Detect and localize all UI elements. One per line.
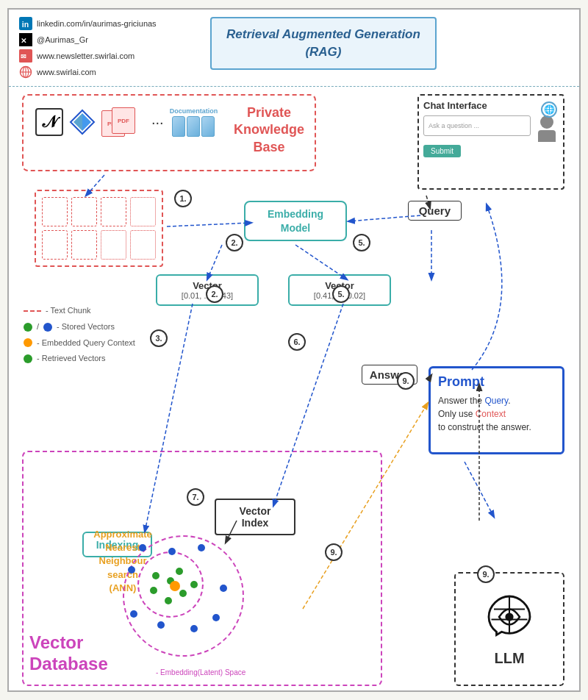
embedding-box: Embedding Model — [244, 201, 347, 241]
title-box: Retrieval Augmented Generation (RAG) — [210, 17, 437, 70]
green-dot-1 — [152, 572, 159, 579]
pkb-label: Private Knowledge Base — [234, 104, 304, 156]
pdf-stack: PDF PDF — [101, 107, 146, 137]
llm-box: LLM — [454, 572, 564, 686]
blue-dot-9 — [220, 585, 227, 592]
header: in linkedin.com/in/aurimas-griciunas ✕ @… — [9, 10, 579, 87]
step-9a: 9. — [325, 543, 343, 561]
blue-dot-icon — [43, 323, 52, 332]
chunk-1 — [42, 197, 68, 226]
prompt-box: Prompt Answer the Query. Only use Contex… — [429, 366, 564, 454]
step-5a: 5. — [353, 234, 370, 251]
svg-text:✕: ✕ — [21, 37, 26, 45]
globe-icon: 🌐 — [541, 101, 557, 118]
diagram: 𝒩 PDF PDF ... Docum — [9, 87, 579, 700]
green-dot-icon — [24, 323, 32, 332]
blue-dot-5 — [130, 610, 137, 618]
svg-text:in: in — [22, 20, 29, 29]
blue-dot-4 — [128, 566, 135, 574]
svg-point-10 — [505, 612, 513, 621]
twitter-text: @Aurimas_Gr — [37, 35, 88, 44]
chunks-grid — [35, 190, 163, 267]
chunk-6 — [71, 230, 97, 260]
prompt-text: Answer the Query. Only use Context to co… — [438, 394, 555, 434]
blue-dot-8 — [212, 614, 220, 621]
legend-text-chunk: - Text Chunk — [24, 304, 135, 318]
notion-icon: 𝒩 — [35, 108, 63, 136]
legend-stored-vectors: / - Stored Vectors — [24, 320, 135, 335]
query-label: Query — [408, 201, 462, 221]
llm-label: LLM — [494, 650, 524, 667]
blue-dot-6 — [157, 621, 165, 629]
step-3: 3. — [150, 329, 168, 347]
outer-circle — [123, 535, 244, 657]
step-2b: 2. — [206, 285, 223, 303]
chunk-3 — [101, 197, 126, 226]
ann-area: Approximate Nearest Neighbour search (AN… — [82, 528, 244, 682]
dots: ... — [151, 107, 164, 128]
svg-line-23 — [465, 462, 494, 517]
chunk-8 — [130, 230, 156, 260]
openai-icon — [484, 591, 535, 643]
social-links: in linkedin.com/in/aurimas-griciunas ✕ @… — [19, 17, 166, 79]
green-dot-5 — [179, 590, 187, 597]
doc-label: Documentation — [170, 107, 218, 115]
pdf-icon-2: PDF — [112, 107, 135, 134]
chat-placeholder: Ask a question ... — [429, 122, 479, 129]
chat-title: Chat Interface — [423, 100, 559, 111]
orange-dot — [170, 581, 180, 591]
prompt-title: Prompt — [438, 374, 555, 390]
submit-button[interactable]: Submit — [423, 145, 461, 157]
blue-dot-7 — [190, 625, 198, 632]
svg-line-12 — [167, 223, 251, 226]
chat-box: Chat Interface Ask a question ... Submit… — [417, 94, 564, 190]
embedding-space-label: - Embedding(Latent) Space — [156, 668, 245, 676]
page-title: Retrieval Augmented Generation (RAG) — [226, 26, 420, 61]
green-dot-7 — [190, 581, 198, 588]
blue-dot-1 — [139, 544, 146, 551]
db-cylinders — [172, 116, 215, 137]
website-icon — [19, 65, 32, 79]
step-1: 1. — [174, 190, 192, 207]
newsletter-icon: ✉ — [19, 49, 32, 63]
text-chunk-icon — [24, 310, 41, 312]
linkedin-text: linkedin.com/in/aurimas-griciunas — [37, 19, 157, 28]
linkedin-link[interactable]: in linkedin.com/in/aurimas-griciunas — [19, 17, 166, 30]
green2-dot-icon — [24, 354, 32, 363]
chat-avatar — [535, 115, 559, 145]
step-6: 6. — [288, 333, 306, 351]
legend: - Text Chunk / - Stored Vectors - Embedd… — [24, 304, 135, 366]
green-dot-2 — [176, 568, 183, 575]
twitter-link[interactable]: ✕ @Aurimas_Gr — [19, 33, 166, 46]
green-dot-4 — [150, 587, 157, 594]
jira-icon — [69, 109, 96, 135]
embedding-label: Embedding Model — [268, 207, 323, 234]
blue-dot-3 — [198, 544, 205, 551]
pkb-box: 𝒩 PDF PDF ... Docum — [22, 94, 316, 171]
step-9c: 9. — [477, 565, 495, 583]
legend-retrieved-vectors: - Retrieved Vectors — [24, 351, 135, 366]
legend-embedded-query: - Embedded Query Context — [24, 336, 135, 351]
chunk-7 — [101, 230, 126, 260]
website-link[interactable]: www.swirlai.com — [19, 65, 166, 79]
newsletter-link[interactable]: ✉ www.newsletter.swirlai.com — [19, 49, 166, 63]
step-9b: 9. — [397, 372, 415, 390]
twitter-icon: ✕ — [19, 33, 32, 46]
chunk-2 — [71, 197, 97, 226]
newsletter-text: www.newsletter.swirlai.com — [37, 51, 135, 60]
green-dot-6 — [165, 597, 172, 604]
chunk-5 — [42, 230, 68, 260]
step-2a: 2. — [226, 234, 243, 251]
svg-text:✉: ✉ — [21, 53, 26, 60]
main-container: in linkedin.com/in/aurimas-griciunas ✕ @… — [7, 8, 581, 692]
blue-dot-2 — [168, 548, 176, 555]
website-text: www.swirlai.com — [37, 68, 96, 76]
vi-label: Vector Index — [240, 505, 271, 529]
linkedin-icon: in — [19, 17, 32, 30]
step-7: 7. — [187, 488, 204, 506]
orange-dot-icon — [24, 338, 32, 347]
doc-icon: Documentation — [170, 107, 218, 137]
chunk-4 — [130, 197, 156, 226]
step-5b: 5. — [332, 285, 350, 303]
